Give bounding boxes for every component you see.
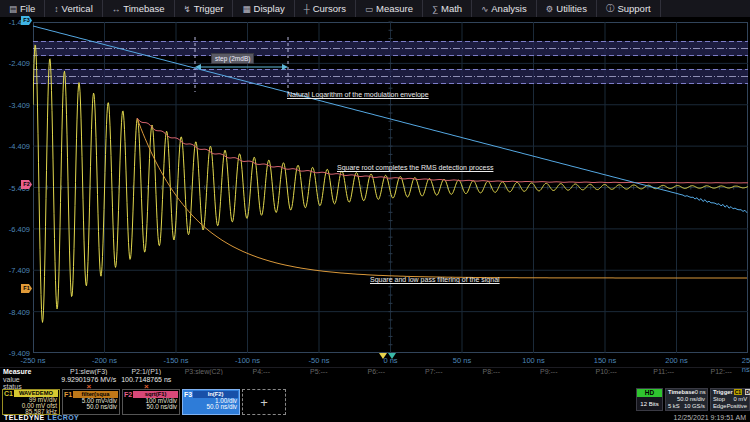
param-header[interactable]: P11:--- — [635, 368, 693, 375]
trigger-slope: Positive — [727, 403, 747, 410]
x-tick-label: 200 ns — [665, 356, 688, 365]
descriptor-c1[interactable]: C1WAVEDEMO99 mV/div0.00 mV ofst85.587 kH… — [2, 389, 60, 415]
param-value: 9.92901976 MV/s — [60, 376, 118, 383]
timebase-title: Timebase — [668, 389, 695, 396]
menu-measure[interactable]: ▭Measure — [356, 0, 423, 17]
trigger-type: Edge — [713, 403, 727, 410]
brand-teledyne: TELEDYNE — [4, 414, 45, 421]
channel-setting: 50.0 ns/div — [123, 404, 179, 410]
timebase-icon: ↔ — [112, 4, 121, 14]
param-header[interactable]: P5:--- — [290, 368, 348, 375]
channel-setting: 50.0 ns/div — [63, 404, 119, 410]
y-tick-label: -3.409 — [0, 100, 30, 109]
descriptor-f2[interactable]: F2sqrt(F1)100 mV/div50.0 ns/div — [122, 389, 180, 415]
display-icon: ▦ — [242, 4, 250, 14]
trigger-coupling-badge: DC — [745, 389, 750, 395]
status-bar: TELEDYNELECROY 12/25/2021 9:19:51 AM — [0, 413, 750, 422]
param-header[interactable]: P9:--- — [520, 368, 578, 375]
menu-math[interactable]: ∑Math — [423, 0, 472, 17]
x-tick-label: 100 ns — [522, 356, 545, 365]
menu-trigger[interactable]: ↯Trigger — [175, 0, 234, 17]
trigger-mode: Stop — [713, 396, 725, 403]
measure-row-label: Measure — [0, 368, 60, 375]
trigger-panel[interactable]: Trigger C1 DC Stop 0 mV Edge Positive — [710, 388, 750, 411]
hd-label: HD — [637, 389, 662, 397]
x-tick-label: -250 ns — [20, 356, 45, 365]
param-header[interactable]: P4:--- — [233, 368, 291, 375]
hd-resolution-box[interactable]: HD 12 Bits — [636, 388, 663, 411]
param-header[interactable]: P2:1/(P1) — [118, 368, 176, 375]
menu-cursors-label: Cursors — [313, 3, 346, 14]
level-marker-f1[interactable]: F1 — [21, 284, 32, 293]
horizontal-reference-marker[interactable] — [388, 353, 396, 359]
y-tick-label: -6.409 — [0, 224, 30, 233]
x-tick-label: -150 ns — [163, 356, 188, 365]
level-marker-f3[interactable]: F3 — [21, 16, 32, 25]
param-header[interactable]: P12:--- — [693, 368, 750, 375]
value-row-label: value — [0, 376, 60, 383]
param-header[interactable]: P10:--- — [578, 368, 636, 375]
timebase-panel[interactable]: Timebase 0 ns 50.0 ns/div 5 kS 10 GS/s — [665, 388, 708, 411]
param-header[interactable]: P6:--- — [348, 368, 406, 375]
menu-timebase[interactable]: ↔Timebase — [103, 0, 175, 17]
support-icon: ⓘ — [606, 3, 615, 15]
menu-support-label: Support — [617, 3, 650, 14]
timebase-delay: 0 ns — [695, 389, 706, 396]
menu-cursors[interactable]: ┼Cursors — [295, 0, 356, 17]
measure-icon: ▭ — [365, 4, 373, 14]
menu-analysis-label: Analysis — [491, 3, 526, 14]
menu-vertical[interactable]: ↕Vertical — [45, 0, 102, 17]
y-tick-label: -8.409 — [0, 307, 30, 316]
analysis-icon: ∿ — [481, 4, 488, 14]
param-header[interactable]: P1:slew(F3) — [60, 368, 118, 375]
trigger-position-marker[interactable] — [379, 353, 387, 359]
hd-bits: 12 Bits — [637, 397, 662, 410]
vertical-icon: ↕ — [54, 4, 58, 14]
brand-lecroy: LECROY — [48, 414, 80, 421]
plot-area[interactable]: -1.409-2.409-3.409-4.409-5.409-6.409-7.4… — [0, 17, 750, 367]
menu-utilities[interactable]: ⚙Utilities — [537, 0, 597, 17]
param-header[interactable]: P8:--- — [463, 368, 521, 375]
trigger-level: 0 mV — [733, 396, 747, 403]
waveform-canvas[interactable] — [33, 17, 748, 357]
menu-analysis[interactable]: ∿Analysis — [472, 0, 537, 17]
channel-setting: 50.0 ns/div — [183, 404, 239, 410]
menu-display[interactable]: ▦Display — [233, 0, 294, 17]
channel-id: C1 — [4, 390, 13, 397]
x-tick-label: -50 ns — [309, 356, 330, 365]
param-header[interactable]: P3:slew(C2) — [175, 368, 233, 375]
add-trace-button[interactable]: + — [242, 389, 286, 415]
trace-f2 — [137, 118, 748, 183]
descriptor-f3[interactable]: F3ln(F2)1.00/div50.0 ns/div — [182, 389, 240, 415]
oscilloscope-screen: ▤File↕Vertical↔Timebase↯Trigger▦Display┼… — [0, 0, 750, 422]
menu-file-label: File — [20, 3, 35, 14]
level-marker-f2[interactable]: F2 — [21, 180, 32, 189]
timebase-samples: 5 kS — [668, 403, 680, 410]
cursors-icon: ┼ — [304, 4, 310, 14]
x-tick-label: -200 ns — [92, 356, 117, 365]
lowpass-label: Square and low pass filtering of the sig… — [370, 276, 500, 283]
menu-timebase-label: Timebase — [123, 3, 164, 14]
y-tick-label: -2.409 — [0, 59, 30, 68]
trace-f1 — [137, 118, 747, 278]
trigger-title: Trigger — [713, 389, 733, 396]
utilities-icon: ⚙ — [546, 4, 554, 14]
acquisition-cluster: HD 12 Bits Timebase 0 ns 50.0 ns/div 5 k… — [636, 388, 750, 411]
descriptor-f1[interactable]: F1filter(squa5.00 mV²/div50.0 ns/div — [62, 389, 120, 415]
menu-support[interactable]: ⓘSupport — [597, 0, 661, 17]
param-value: 100.7148765 ns — [118, 376, 176, 383]
menu-measure-label: Measure — [376, 3, 413, 14]
menu-display-label: Display — [254, 3, 285, 14]
menu-math-label: Math — [441, 3, 462, 14]
channel-id: F3 — [184, 391, 192, 398]
trigger-icon: ↯ — [184, 4, 191, 14]
param-header[interactable]: P7:--- — [405, 368, 463, 375]
timebase-scale: 50.0 ns/div — [677, 396, 705, 403]
step-label: step (2mdB) — [211, 53, 254, 64]
menu-file[interactable]: ▤File — [0, 0, 45, 17]
natural-log-label: Natural Logarithm of the modulation enve… — [287, 91, 429, 98]
x-tick-label: -100 ns — [235, 356, 260, 365]
brand-logo: TELEDYNELECROY — [4, 414, 79, 421]
rms-label: Square root completes the RMS detection … — [337, 164, 493, 171]
timebase-rate: 10 GS/s — [684, 403, 705, 410]
